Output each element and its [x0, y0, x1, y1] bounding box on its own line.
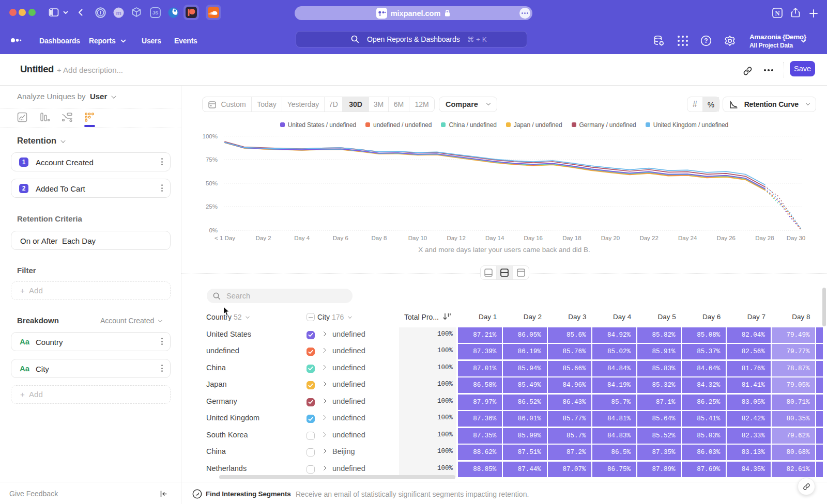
svg-text:100%: 100%: [203, 133, 218, 139]
svg-text:Day 6: Day 6: [333, 235, 348, 241]
svg-text:25%: 25%: [206, 203, 218, 210]
svg-text:Day 4: Day 4: [294, 235, 310, 241]
svg-text:75%: 75%: [206, 156, 218, 163]
svg-text:Day 2: Day 2: [256, 235, 271, 241]
svg-text:Day 18: Day 18: [562, 235, 581, 241]
svg-text:Day 14: Day 14: [485, 235, 504, 241]
svg-text:Day 12: Day 12: [447, 235, 465, 241]
svg-text:Day 20: Day 20: [601, 235, 620, 241]
svg-text:Day 30: Day 30: [787, 235, 805, 241]
svg-text:Day 26: Day 26: [717, 235, 736, 241]
svg-text:Day 16: Day 16: [524, 235, 543, 241]
svg-text:?: ?: [704, 37, 708, 44]
svg-text:Day 8: Day 8: [371, 235, 387, 241]
svg-text:Day 24: Day 24: [678, 235, 697, 241]
svg-text:Day 22: Day 22: [639, 235, 658, 241]
svg-text:< 1 Day: < 1 Day: [215, 235, 235, 241]
svg-text:50%: 50%: [206, 180, 218, 186]
svg-text:m: m: [116, 9, 121, 15]
svg-text:JS: JS: [152, 10, 158, 15]
svg-text:Day 10: Day 10: [408, 235, 427, 241]
svg-text:Day 28: Day 28: [755, 235, 774, 241]
svg-text:0%: 0%: [209, 227, 218, 233]
svg-text:N: N: [775, 10, 779, 17]
